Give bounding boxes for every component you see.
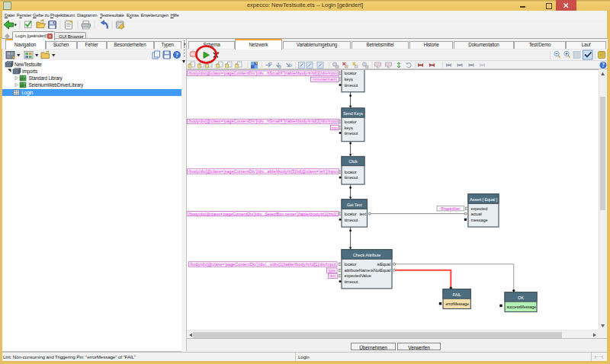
- svg-text:timeout: timeout: [345, 175, 358, 180]
- svg-text:'Projektfilter': 'Projektfilter': [440, 206, 461, 211]
- svg-text:Click: Click: [348, 159, 358, 164]
- svg-text:Check Attribute: Check Attribute: [353, 253, 380, 257]
- svg-text:Send Keys: Send Keys: [343, 111, 363, 116]
- svg-text:/body/div[@class='pageContentD: /body/div[@class='pageContentDiv']/div..…: [188, 71, 339, 75]
- svg-text:locator: locator: [345, 212, 357, 216]
- svg-text:expectedValue: expectedValue: [345, 273, 371, 278]
- svg-text:timeout: timeout: [345, 279, 358, 284]
- svg-text:type: type: [328, 268, 336, 273]
- svg-text:mmustermann: mmustermann: [313, 77, 337, 81]
- svg-text:Get Text: Get Text: [347, 203, 362, 207]
- svg-text:locator: locator: [345, 262, 357, 267]
- svg-text:timeout: timeout: [345, 83, 358, 88]
- svg-text:text: text: [329, 273, 336, 278]
- svg-text:/body/div[@class='pageContentD: /body/div[@class='pageContentDiv']/div/.…: [190, 262, 336, 267]
- svg-text:OK: OK: [518, 295, 524, 300]
- svg-text:Assert [ Equal ]: Assert [ Equal ]: [470, 197, 498, 202]
- svg-text:locator: locator: [345, 170, 357, 174]
- svg-text:expected: expected: [470, 206, 487, 211]
- svg-text:text: text: [359, 212, 366, 216]
- svg-text:?: ?: [602, 62, 605, 69]
- svg-text:isEqual: isEqual: [377, 262, 390, 267]
- svg-text:/body/div[@class='pageContentD: /body/div[@class='pageContentDiv']/div..…: [189, 212, 339, 216]
- svg-text:attributeName: attributeName: [345, 268, 371, 273]
- svg-text:isNotEqual: isNotEqual: [371, 268, 390, 273]
- svg-text:/body/div[@class='pageContentD: /body/div[@class='pageContentDiv']/div..…: [188, 119, 339, 123]
- svg-text:?: ?: [175, 52, 178, 59]
- svg-text:timeout: timeout: [345, 131, 358, 136]
- svg-text:errorMessage: errorMessage: [445, 302, 469, 306]
- svg-text:successMessage: successMessage: [506, 305, 535, 309]
- svg-text:keys: keys: [345, 77, 353, 81]
- svg-text:keys: keys: [345, 126, 353, 130]
- svg-text:actual: actual: [470, 212, 481, 216]
- svg-text:FAIL: FAIL: [453, 292, 461, 297]
- svg-text:/body/div[@class='pageContentD: /body/div[@class='pageContentDiv']/div..…: [188, 169, 339, 174]
- svg-text:locator: locator: [345, 120, 357, 124]
- svg-text:timeout: timeout: [345, 218, 358, 222]
- svg-text:locator: locator: [345, 71, 357, 75]
- svg-text:mm: mm: [332, 126, 338, 130]
- svg-text:message: message: [470, 218, 487, 222]
